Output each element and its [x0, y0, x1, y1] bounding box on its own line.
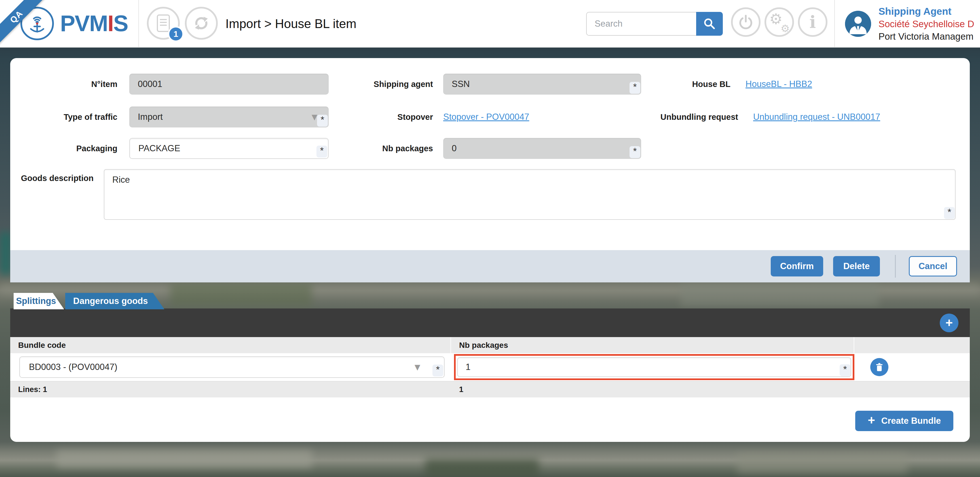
refresh-button[interactable] — [185, 7, 218, 40]
n-item-field — [129, 74, 329, 95]
required-marker: * — [317, 146, 327, 157]
type-of-traffic-select: Import ▼ * — [129, 106, 329, 127]
trash-icon — [874, 362, 885, 372]
required-marker: * — [630, 82, 640, 94]
header-divider — [834, 0, 835, 47]
nb-packages-field: * — [443, 138, 641, 159]
logout-button[interactable] — [731, 7, 760, 37]
unbundling-request-link[interactable]: Unbundling request - UNB00017 — [753, 112, 880, 122]
power-icon — [737, 13, 754, 31]
settings-button[interactable]: ⚙ ⚙ — [765, 7, 794, 37]
splittings-panel: + Bundle code Nb packages BD0003 - (POV0… — [10, 309, 970, 442]
lines-count: Lines: 1 — [10, 385, 451, 394]
packaging-input[interactable] — [138, 143, 320, 154]
chevron-down-icon: ▼ — [312, 113, 317, 121]
info-icon: i — [810, 12, 816, 32]
about-button[interactable]: i — [798, 7, 827, 37]
user-avatar-icon — [845, 11, 871, 37]
splittings-table-footer: Lines: 1 1 — [10, 382, 970, 398]
nb-packages-focus-ring: * — [454, 354, 854, 380]
page-title: Import > House BL item — [226, 0, 356, 48]
documents-button[interactable]: 1 — [147, 7, 180, 40]
goods-description-label: Goods description — [10, 174, 94, 183]
stopover-link[interactable]: Stopover - POV00047 — [443, 112, 529, 122]
stopover-label: Stopover — [329, 113, 433, 122]
user-company: Société Seychelloise D — [878, 19, 980, 30]
n-item-label: N°item — [10, 79, 118, 89]
add-splitting-button[interactable]: + — [940, 314, 958, 332]
required-marker: * — [317, 115, 328, 127]
column-header-actions — [854, 337, 970, 353]
plus-icon: + — [868, 414, 875, 426]
bundle-code-select[interactable]: BD0003 - (POV00047) ▼ * — [19, 357, 445, 378]
gears-icon: ⚙ ⚙ — [769, 12, 789, 32]
search-button[interactable] — [696, 12, 723, 36]
splittings-toolbar: + — [10, 309, 970, 337]
house-bl-item-form: N°item Shipping agent * House BL HouseBL… — [10, 58, 970, 282]
tab-dangerous-goods[interactable]: Dangerous goods — [65, 293, 164, 309]
chevron-down-icon: ▼ — [415, 363, 420, 371]
form-action-bar: Confirm Delete Cancel — [10, 250, 970, 282]
user-role: Shipping Agent — [878, 6, 980, 17]
documents-count-badge: 1 — [168, 26, 184, 42]
delete-button[interactable]: Delete — [833, 256, 880, 276]
document-icon — [157, 14, 170, 32]
user-menu[interactable]: Shipping Agent Société Seychelloise D Po… — [845, 0, 980, 48]
goods-description-textarea[interactable]: Rice — [104, 169, 956, 220]
house-bl-link[interactable]: HouseBL - HBB2 — [746, 79, 812, 89]
brand-wordmark: PVMIS — [60, 11, 128, 36]
n-item-input — [138, 79, 320, 89]
delete-row-button[interactable] — [870, 358, 888, 376]
search-icon — [703, 17, 716, 30]
required-marker: * — [840, 364, 850, 376]
confirm-button[interactable]: Confirm — [771, 256, 823, 276]
house-bl-label: House BL — [641, 79, 730, 89]
user-organization: Port Victoria Managem — [878, 31, 980, 42]
create-bundle-button[interactable]: + Create Bundle — [855, 411, 953, 431]
splittings-table-header: Bundle code Nb packages — [10, 337, 970, 353]
user-info: Shipping Agent Société Seychelloise D Po… — [878, 6, 980, 42]
plus-icon: + — [945, 317, 953, 329]
column-header-bundle-code: Bundle code — [10, 337, 451, 353]
row-nb-packages-input[interactable] — [457, 357, 851, 377]
required-marker: * — [944, 207, 955, 219]
row-nb-packages-field: * — [457, 357, 851, 377]
type-of-traffic-label: Type of traffic — [10, 113, 118, 122]
cancel-button[interactable]: Cancel — [909, 256, 957, 276]
app-header: QA PVMIS 1 — [0, 0, 980, 48]
refresh-icon — [192, 14, 210, 32]
detail-tabs: Splittings Dangerous goods — [14, 293, 164, 309]
nb-packages-total-input — [452, 143, 633, 154]
shipping-agent-input — [452, 79, 633, 89]
unbundling-request-label: Unbundling request — [660, 113, 738, 122]
table-row: BD0003 - (POV00047) ▼ * * — [10, 353, 970, 382]
shipping-agent-label: Shipping agent — [329, 79, 433, 89]
shipping-agent-field: * — [443, 74, 641, 95]
required-marker: * — [630, 146, 640, 158]
search-box — [586, 12, 723, 36]
search-input[interactable] — [586, 12, 696, 36]
action-bar-divider — [895, 255, 896, 277]
column-header-nb-packages: Nb packages — [451, 337, 854, 353]
tab-splittings[interactable]: Splittings — [14, 293, 64, 309]
goods-description-field: Rice * — [104, 169, 956, 220]
nb-packages-label: Nb packages — [329, 144, 433, 153]
nb-packages-sum: 1 — [451, 385, 854, 394]
required-marker: * — [433, 364, 443, 376]
packaging-label: Packaging — [10, 144, 118, 153]
packaging-field[interactable]: * — [129, 138, 329, 159]
